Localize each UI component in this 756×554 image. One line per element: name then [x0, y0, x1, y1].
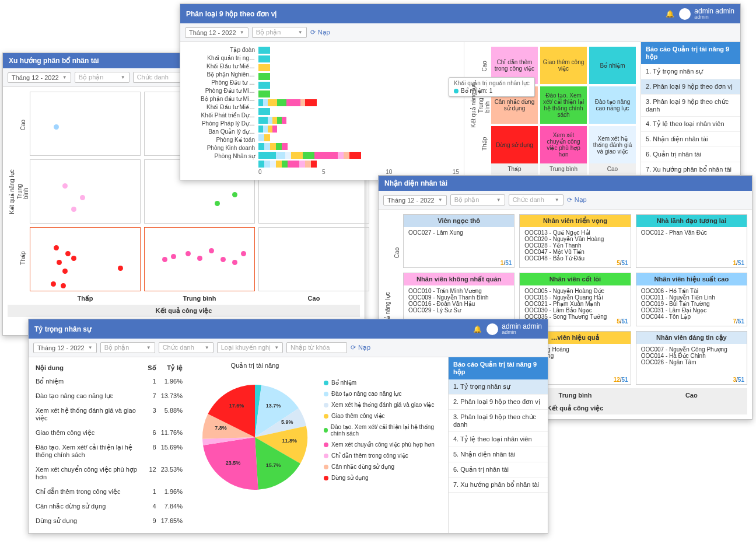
data-point[interactable]	[215, 201, 220, 206]
dept-select[interactable]: Bộ phận▼	[252, 27, 307, 38]
person-row[interactable]: OOC014 - Hà Đức Chinh	[641, 353, 742, 359]
bar-segment[interactable]	[263, 126, 268, 133]
bar-segment[interactable]	[258, 134, 264, 141]
bar-segment[interactable]	[272, 117, 277, 124]
data-point[interactable]	[80, 195, 85, 200]
reload-button[interactable]: ⟳Nạp	[310, 29, 330, 36]
bar-segment[interactable]	[258, 152, 276, 159]
sidebar-item[interactable]: 6. Quản trị nhân tài	[641, 147, 740, 162]
person-row[interactable]: OOC020 - Nguyễn Văn Hoàng	[524, 236, 625, 242]
sidebar-item[interactable]: 5. Nhận diện nhân tài	[449, 447, 548, 462]
sidebar-item[interactable]: 2. Phân loại 9 hộp theo đơn vị	[449, 395, 548, 410]
bar-segment[interactable]	[285, 152, 291, 159]
scatter-cell[interactable]	[30, 159, 141, 224]
bar-segment[interactable]	[276, 161, 282, 168]
scatter-cell[interactable]	[30, 92, 141, 156]
table-row[interactable]: Chỉ dẫn thêm trong công việc11.96%	[33, 485, 185, 499]
person-row[interactable]: OOC012 - Phan Văn Đức	[641, 229, 742, 236]
nine-cell[interactable]: Xem xét hệ thống đánh giá và giao việc	[589, 126, 636, 163]
month-select[interactable]: Tháng 12 - 2022▼	[33, 343, 97, 353]
data-point[interactable]	[241, 251, 246, 256]
bar-segment[interactable]	[277, 99, 286, 106]
nine-cell[interactable]: Giao thêm công việc	[540, 47, 587, 84]
bar-segment[interactable]	[286, 99, 300, 106]
data-point[interactable]	[232, 192, 237, 197]
bar-segment[interactable]	[268, 126, 272, 133]
bar-segment[interactable]	[258, 108, 270, 115]
data-point[interactable]	[197, 256, 202, 261]
bar-segment[interactable]	[282, 143, 288, 150]
legend-item[interactable]: Xem xét hệ thống đánh giá và giao việc	[324, 402, 443, 408]
person-row[interactable]: OOC029 - Lý Sư Sư	[408, 307, 509, 313]
person-row[interactable]: OOC028 - Yến Thanh	[524, 242, 625, 249]
bar-segment[interactable]	[344, 152, 349, 159]
sidebar-item[interactable]: 1. Tỷ trọng nhân sự	[641, 64, 740, 79]
nine-cell[interactable]: Xem xét chuyển công việc phù hợp hơn	[540, 126, 587, 163]
person-row[interactable]: OOC006 - Hồ Tấn Tài	[641, 288, 742, 294]
bar-segment[interactable]	[291, 152, 303, 159]
bar-segment[interactable]	[258, 55, 270, 62]
bar-segment[interactable]	[268, 99, 277, 106]
data-point[interactable]	[71, 207, 76, 212]
bar-segment[interactable]	[264, 134, 270, 141]
legend-item[interactable]: Cân nhắc dừng sử dụng	[324, 464, 443, 470]
bar-segment[interactable]	[277, 117, 282, 124]
bar-segment[interactable]	[264, 161, 270, 168]
reload-button[interactable]: ⟳Nạp	[351, 344, 370, 351]
month-select[interactable]: Tháng 12 - 2022▼	[185, 27, 249, 38]
person-row[interactable]: OOC015 - Nguyễn Quang Hải	[524, 294, 625, 301]
legend-item[interactable]: Bổ nhiệm	[324, 379, 443, 386]
bar-segment[interactable]	[288, 161, 299, 168]
data-point[interactable]	[62, 183, 68, 189]
person-row[interactable]: OOC011 - Nguyễn Tiến Linh	[641, 294, 742, 301]
sidebar-item[interactable]: 3. Phân loại 9 hộp theo chức danh	[641, 95, 740, 117]
bar-segment[interactable]	[311, 161, 317, 168]
bar-segment[interactable]	[338, 152, 344, 159]
person-row[interactable]: OOC021 - Phạm Xuân Mạnh	[524, 301, 625, 307]
person-row[interactable]: OOC026 - Ngân Tâm	[641, 359, 742, 365]
talent-cell[interactable]: Nhà lãnh đạo tương laiOOC012 - Phan Văn …	[636, 214, 747, 268]
month-select[interactable]: Tháng 12 - 2022▼	[8, 72, 71, 83]
bell-icon[interactable]: 🔔	[666, 10, 674, 18]
data-point[interactable]	[71, 256, 76, 261]
bar-segment[interactable]	[264, 143, 270, 150]
table-row[interactable]: Xem xét chuyển công việc phù hợp hơn1223…	[33, 462, 185, 485]
table-row[interactable]: Đào tạo. Xem xét/ cải thiện lại hệ thống…	[33, 440, 185, 462]
bar-segment[interactable]	[258, 99, 263, 106]
nine-grid[interactable]: Chỉ dẫn thêm trong công việcGiao thêm cô…	[491, 47, 636, 163]
table-row[interactable]: Cân nhắc dừng sử dụng47.84%	[33, 499, 185, 514]
data-point[interactable]	[186, 251, 191, 256]
table-row[interactable]: Xem xét hệ thống đánh giá và giao việc35…	[33, 403, 185, 426]
data-point[interactable]	[57, 260, 62, 265]
data-point[interactable]	[61, 283, 66, 288]
nine-cell[interactable]: Đào tạo nâng cao năng lực	[589, 86, 636, 124]
data-point[interactable]	[62, 269, 68, 274]
bar-segment[interactable]	[272, 126, 277, 133]
dept-select[interactable]: Bộ phận▼	[100, 342, 155, 353]
title-select[interactable]: Chức danh▼	[159, 342, 214, 353]
rec-select[interactable]: Loại khuyến nghị▼	[217, 342, 283, 353]
bar-segment[interactable]	[349, 152, 361, 159]
data-point[interactable]	[54, 245, 59, 250]
table-row[interactable]: Đào tạo nâng cao năng lực713.73%	[33, 389, 185, 403]
person-row[interactable]: OOC007 - Nguyễn Công Phượng	[641, 346, 742, 353]
data-point[interactable]	[118, 266, 123, 271]
bar-segment[interactable]	[276, 152, 285, 159]
bar-segment[interactable]	[276, 143, 282, 150]
reload-button[interactable]: ⟳Nạp	[567, 196, 587, 204]
bar-segment[interactable]	[305, 99, 317, 106]
sidebar-item[interactable]: 5. Nhận diện nhân tài	[641, 132, 740, 147]
talent-cell[interactable]: Nhân viên hiệu suất caoOOC006 - Hồ Tấn T…	[636, 273, 747, 326]
talent-cell[interactable]: Nhân viên triển vọngOOC013 - Quế Ngọc Hả…	[519, 214, 631, 268]
legend-item[interactable]: Xem xét chuyển công việc phù hợp hơn	[324, 441, 443, 448]
bar-segment[interactable]	[258, 64, 270, 71]
data-point[interactable]	[209, 248, 214, 253]
data-point[interactable]	[220, 257, 226, 262]
scatter-cell[interactable]	[144, 227, 255, 291]
bar-segment[interactable]	[270, 143, 276, 150]
data-point[interactable]	[54, 124, 59, 130]
table-row[interactable]: Giao thêm công việc611.76%	[33, 426, 185, 440]
title-select[interactable]: Chức danh▼	[509, 194, 564, 205]
sidebar-item[interactable]: 4. Tỷ lệ theo loại nhân viên	[449, 432, 548, 447]
month-select[interactable]: Tháng 12 - 2022▼	[383, 195, 447, 205]
